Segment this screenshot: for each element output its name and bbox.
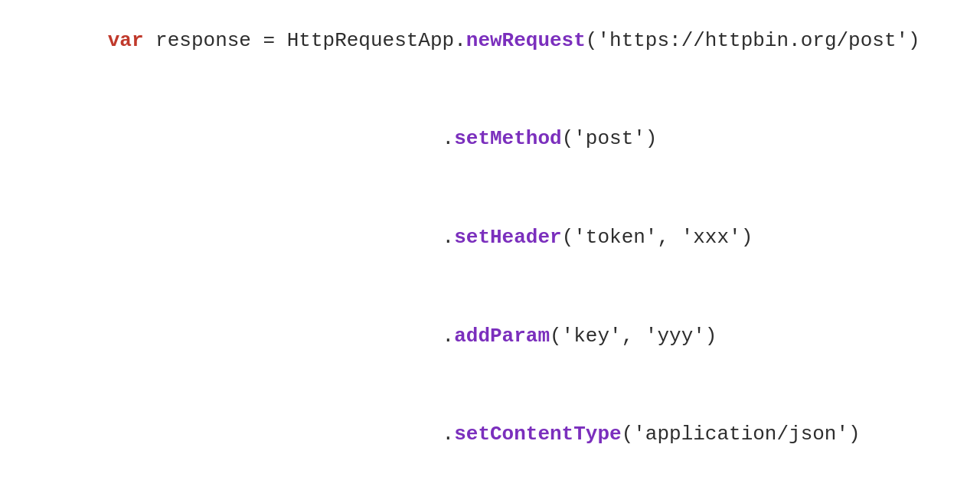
code-args-2: ('post') <box>562 127 658 150</box>
method-setheader: setHeader <box>454 226 561 249</box>
code-indent-3: . <box>108 226 454 249</box>
code-args-5: ('application/json') <box>622 423 861 446</box>
code-line-2: .setMethod('post') <box>60 90 920 188</box>
code-line-5: .setContentType('application/json') <box>60 385 920 484</box>
code-args-3: ('token', 'xxx') <box>562 226 753 249</box>
code-line-3: .setHeader('token', 'xxx') <box>60 188 920 287</box>
keyword-var: var <box>108 29 144 52</box>
code-args-1: ('https://httpbin.org/post') <box>586 29 920 52</box>
code-line-6: .setPayload(JSON.stringify(data)) <box>60 484 920 490</box>
code-indent-5: . <box>108 423 454 446</box>
code-plain-1: response = HttpRequestApp. <box>144 29 466 52</box>
method-setmethod: setMethod <box>454 127 561 150</box>
code-example: var response = HttpRequestApp.newRequest… <box>60 0 920 490</box>
method-addparam: addParam <box>454 325 550 348</box>
code-line-1: var response = HttpRequestApp.newRequest… <box>60 0 920 90</box>
method-newrequest: newRequest <box>466 29 586 52</box>
code-indent-2: . <box>108 127 454 150</box>
code-args-4: ('key', 'yyy') <box>550 325 717 348</box>
method-setcontenttype: setContentType <box>454 423 621 446</box>
code-indent-4: . <box>108 325 454 348</box>
code-line-4: .addParam('key', 'yyy') <box>60 287 920 386</box>
